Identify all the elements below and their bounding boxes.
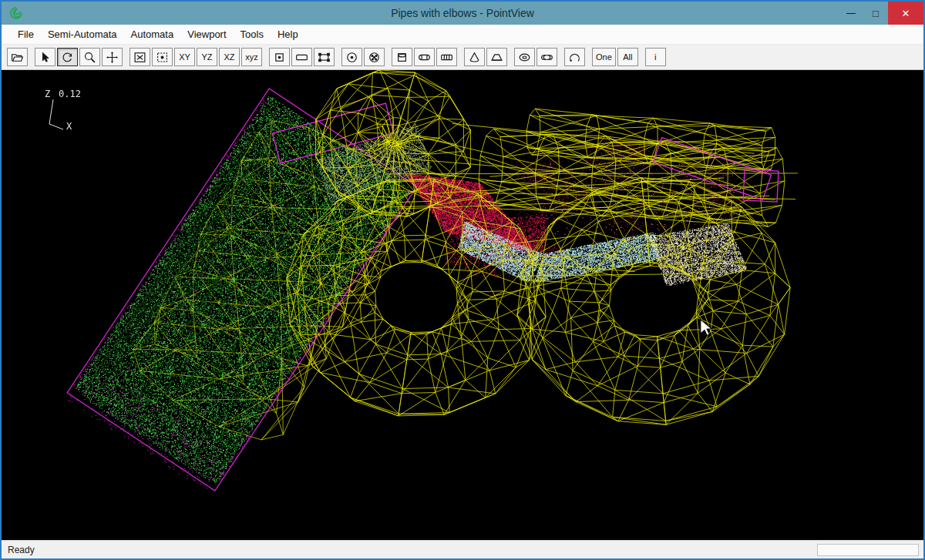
menu-semi-automata[interactable]: Semi-Automata (41, 25, 124, 44)
app-window: Pipes with elbows - PointView — □ ✕ File… (0, 0, 925, 560)
toolbar-button-cylinder-top[interactable] (392, 48, 412, 66)
torus-top-icon (518, 51, 531, 64)
toolbar-button-cone-front[interactable] (464, 48, 485, 66)
toolbar-button-info[interactable]: i (645, 48, 666, 66)
menu-viewport[interactable]: Viewport (180, 25, 233, 44)
toolbar-button-torus-side[interactable] (536, 48, 557, 66)
toolbar-button-circle-point[interactable] (341, 48, 362, 66)
menu-tools[interactable]: Tools (234, 25, 271, 44)
arc-icon (568, 51, 581, 64)
toolbar-button-box-handles[interactable] (314, 48, 335, 66)
toolbar-button-view-xy[interactable]: XY (174, 48, 195, 66)
menu-help[interactable]: Help (271, 25, 305, 44)
window-controls: — □ ✕ (839, 2, 923, 25)
status-right-pane (817, 544, 919, 556)
toolbar-button-cylinder-side[interactable] (414, 48, 435, 66)
toolbar-button-open[interactable] (7, 48, 28, 66)
toolbar-group (464, 48, 507, 66)
folder-open-icon (11, 51, 24, 64)
toolbar-button-view-yz[interactable]: YZ (197, 48, 217, 66)
cursor-icon (39, 51, 52, 64)
menu-bar: FileSemi-AutomataAutomataViewportToolsHe… (2, 25, 923, 45)
app-icon (8, 5, 25, 22)
viewport: Z 0.12 X (2, 70, 923, 540)
menu-automata[interactable]: Automata (124, 25, 181, 44)
zoom-icon (83, 51, 96, 64)
rect-handles-icon (318, 51, 331, 64)
fit-icon (133, 51, 146, 64)
toolbar-button-cone-side[interactable] (486, 48, 507, 66)
sphere-dots-icon (368, 51, 381, 64)
wide-rect-icon (295, 51, 308, 64)
toolbar-group (35, 48, 123, 66)
center-icon (156, 51, 169, 64)
maximize-button[interactable]: □ (863, 2, 888, 25)
status-text: Ready (8, 545, 35, 555)
toolbar-button-torus-top[interactable] (514, 48, 535, 66)
titlebar: Pipes with elbows - PointView — □ ✕ (2, 2, 923, 25)
square-dot-icon (273, 51, 286, 64)
cone-side-icon (490, 51, 503, 64)
toolbar-button-select[interactable] (35, 48, 56, 66)
close-button[interactable]: ✕ (888, 2, 923, 25)
toolbar-group (7, 48, 28, 66)
box-top-icon (395, 51, 409, 64)
toolbar-button-fit-view[interactable] (130, 48, 150, 66)
window-title: Pipes with elbows - PointView (2, 7, 923, 19)
toolbar-group (341, 48, 385, 66)
toolbar-button-show-one[interactable]: One (592, 48, 616, 66)
minimize-button[interactable]: — (839, 2, 863, 25)
ribbed-icon (440, 51, 453, 64)
toolbar-button-sphere-points[interactable] (364, 48, 385, 66)
capsule-icon (418, 51, 431, 64)
viewport-canvas[interactable] (2, 70, 923, 540)
toolbar-button-view-xyz[interactable]: xyz (241, 48, 262, 66)
toolbar: XYYZXZxyzOneAlli (2, 45, 923, 70)
status-bar: Ready (2, 540, 923, 558)
toolbar-group (269, 48, 335, 66)
toolbar-group (392, 48, 457, 66)
toolbar-button-cylinder-ribbed[interactable] (436, 48, 457, 66)
circle-dot-icon (345, 51, 358, 64)
toolbar-button-center-view[interactable] (152, 48, 173, 66)
toolbar-button-box-wide[interactable] (291, 48, 312, 66)
toolbar-group: i (645, 48, 666, 66)
toolbar-button-pan[interactable] (102, 48, 123, 66)
torus-side-icon (540, 51, 553, 64)
toolbar-button-rotate[interactable] (57, 48, 78, 66)
pan-icon (106, 51, 119, 64)
toolbar-group: XYYZXZxyz (130, 48, 262, 66)
menu-file[interactable]: File (11, 25, 41, 44)
toolbar-button-zoom[interactable] (79, 48, 100, 66)
toolbar-button-view-xz[interactable]: XZ (219, 48, 240, 66)
toolbar-button-box-point[interactable] (269, 48, 290, 66)
toolbar-group: OneAll (592, 48, 638, 66)
toolbar-button-arc-rotate[interactable] (564, 48, 585, 66)
toolbar-group (514, 48, 557, 66)
toolbar-button-show-all[interactable]: All (617, 48, 638, 66)
toolbar-group (564, 48, 585, 66)
cone-icon (468, 51, 481, 64)
rotate-icon (61, 51, 74, 64)
